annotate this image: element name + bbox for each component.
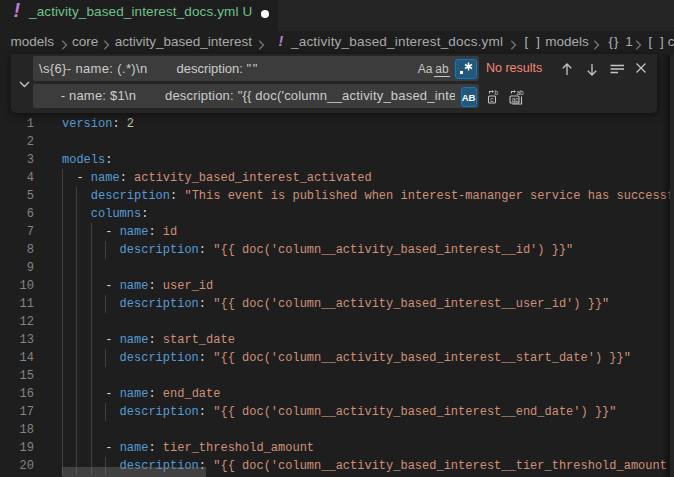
svg-text:b: b <box>495 89 499 96</box>
svg-text:ac: ac <box>512 96 520 103</box>
svg-text:ab: ab <box>517 89 525 96</box>
svg-text:c: c <box>490 96 494 103</box>
